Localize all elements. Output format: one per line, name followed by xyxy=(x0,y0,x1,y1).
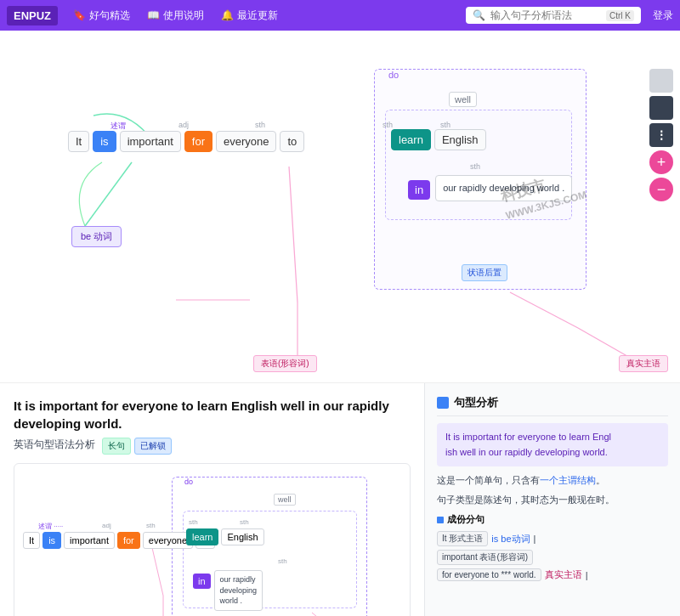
badge-solved: 已解锁 xyxy=(134,438,172,455)
mini-node-english[interactable]: English xyxy=(221,528,264,545)
label-adj: adj xyxy=(178,121,189,129)
be-verb-label: be 动词 xyxy=(71,226,122,247)
navbar: ENPUZ 🔖 好句精选 📖 使用说明 🔔 最近更新 🔍 Ctrl K 登录 xyxy=(0,0,680,31)
comp-separator: | xyxy=(534,534,536,544)
zoom-out-button[interactable]: − xyxy=(649,178,673,201)
login-button[interactable]: 登录 xyxy=(653,8,673,23)
svg-line-0 xyxy=(85,162,132,226)
logo[interactable]: ENPUZ xyxy=(7,6,58,25)
mini-diagram: do well 述谓 ····· adj sth sth sth sth It … xyxy=(14,463,411,616)
sentence-highlight: It is important for everyone to learn En… xyxy=(437,423,668,466)
node-world[interactable]: our rapidly developing world . xyxy=(435,175,572,201)
mini-label-sth: sth xyxy=(146,522,156,529)
mini-node-in[interactable]: in xyxy=(193,574,211,589)
component-row-3: for everyone to *** world. 真实主语 | xyxy=(437,568,668,581)
node-for[interactable]: for xyxy=(184,131,212,152)
node-to[interactable]: to xyxy=(280,131,304,152)
sentence-title: It is important for everyone to learn En… xyxy=(14,397,411,432)
diagram-area: ⋮ + − do well 述谓 adj sth sth sth sth It … xyxy=(0,31,680,383)
mini-node-learn[interactable]: learn xyxy=(186,528,218,545)
subtitle-text: 英语句型语法分析 xyxy=(14,438,95,455)
mini-node-world[interactable]: our rapidlydevelopingworld . xyxy=(214,570,264,611)
book-icon: 📖 xyxy=(147,9,160,21)
search-icon: 🔍 xyxy=(473,9,485,21)
biaoyu-label: 表语(形容词) xyxy=(253,355,317,372)
shortcut-badge: Ctrl K xyxy=(606,10,634,21)
color-picker-1[interactable] xyxy=(649,69,673,93)
in-area: in our rapidly developing world . xyxy=(408,175,572,201)
section-dot xyxy=(437,517,444,523)
color-picker-2[interactable] xyxy=(649,96,673,120)
mini-label-shuwei: 述谓 ····· xyxy=(38,522,63,531)
comp-role-3: 真实主语 xyxy=(545,568,582,581)
node-learn[interactable]: learn xyxy=(391,129,431,150)
bell-icon: 🔔 xyxy=(221,9,234,21)
bottom-section: It is important for everyone to learn En… xyxy=(0,383,680,616)
mini-label-sth4: sth xyxy=(278,557,287,565)
search-bar[interactable]: 🔍 Ctrl K xyxy=(466,7,641,24)
right-panel-title: 句型分析 xyxy=(437,395,668,416)
mini-node-important[interactable]: important xyxy=(64,532,115,549)
label-sth2: sth xyxy=(382,121,393,129)
right-panel: 句型分析 It is important for everyone to lea… xyxy=(425,383,680,616)
zhenshizhuyu-label: 真实主语 xyxy=(619,355,668,372)
comp-tag-2: important 表语(形容词) xyxy=(437,550,533,565)
nav-updates[interactable]: 🔔 最近更新 xyxy=(214,5,285,26)
learn-row: learn English xyxy=(391,129,486,150)
comp-role-1: is be动词 xyxy=(491,533,530,545)
nav-guide[interactable]: 📖 使用说明 xyxy=(140,5,211,26)
panel-icon xyxy=(437,397,449,409)
node-everyone[interactable]: everyone xyxy=(216,131,276,152)
nav-favorites[interactable]: 🔖 好句精选 xyxy=(66,5,137,26)
well-label: well xyxy=(449,92,477,107)
mini-node-it[interactable]: It xyxy=(23,532,40,549)
left-panel: It is important for everyone to learn En… xyxy=(0,383,425,616)
label-sth1: sth xyxy=(255,121,265,129)
sentence-row: It is important for everyone to xyxy=(68,131,304,152)
svg-line-3 xyxy=(510,292,578,328)
mini-label-sth2: sth xyxy=(189,518,198,526)
label-sth4: sth xyxy=(470,162,480,171)
component-row-2: important 表语(形容词) xyxy=(437,550,668,565)
analysis-text-2: 句子类型是陈述句，其时态为一般现在时。 xyxy=(437,493,668,507)
analysis-link[interactable]: 一个主谓结构 xyxy=(540,475,596,485)
analysis-text-1: 这是一个简单句，只含有一个主谓结构。 xyxy=(437,473,668,488)
badge-row: 英语句型语法分析 长句 已解锁 xyxy=(14,438,411,455)
node-in[interactable]: in xyxy=(408,180,430,200)
toolbar-right: ⋮ + − xyxy=(649,69,673,201)
badge-long: 长句 xyxy=(102,438,131,455)
label-sth3: sth xyxy=(440,121,450,129)
component-row-1: It 形式主语 is be动词 | xyxy=(437,531,668,546)
node-english[interactable]: English xyxy=(434,129,486,150)
mini-node-is[interactable]: is xyxy=(42,532,61,549)
component-rows: It 形式主语 is be动词 | important 表语(形容词) for … xyxy=(437,531,668,581)
mini-label-sth3: sth xyxy=(240,518,249,526)
mini-learn-row: learn English xyxy=(186,528,264,545)
search-input[interactable] xyxy=(490,9,601,21)
zhuangyu-label: 状语后置 xyxy=(462,264,507,281)
mini-label-adj: adj xyxy=(102,522,111,529)
mini-node-for[interactable]: for xyxy=(117,532,140,549)
mini-in-area: in our rapidlydevelopingworld . xyxy=(193,570,263,611)
bookmark-icon: 🔖 xyxy=(73,9,86,21)
svg-line-1 xyxy=(289,167,298,302)
node-important[interactable]: important xyxy=(120,131,181,152)
node-it[interactable]: It xyxy=(68,131,89,152)
mini-well-label: well xyxy=(274,494,296,506)
more-button[interactable]: ⋮ xyxy=(649,123,673,147)
zoom-in-button[interactable]: + xyxy=(649,150,673,174)
comp-tag-3: for everyone to *** world. xyxy=(437,568,541,581)
comp-separator-2: | xyxy=(586,570,588,580)
comp-tag-1: It 形式主语 xyxy=(437,531,488,546)
node-is[interactable]: is xyxy=(93,131,116,152)
section-header: 成份分句 xyxy=(437,513,668,526)
